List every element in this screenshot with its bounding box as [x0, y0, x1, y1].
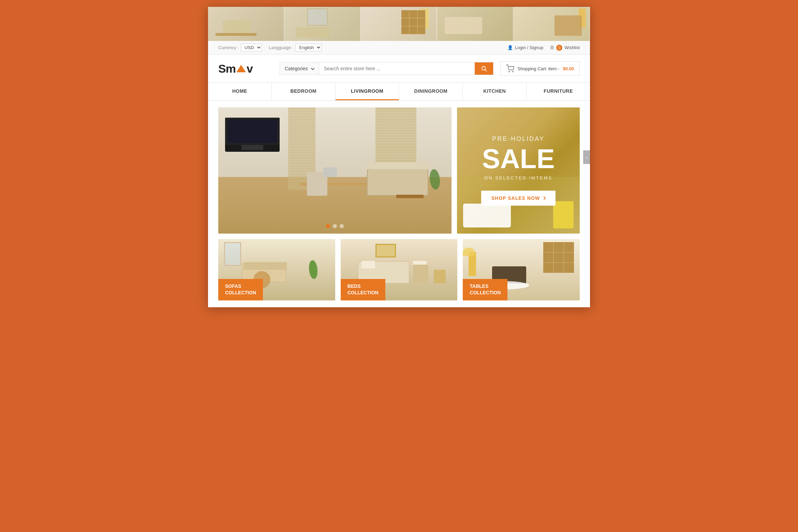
wishlist-link[interactable]: ☰ 0 Wishlist [550, 45, 580, 51]
search-icon [481, 65, 487, 72]
top-bar-right: 👤 Login / Signup ☰ 0 Wishlist [507, 45, 580, 51]
logo-text-sm: Sm [218, 62, 236, 75]
sale-main-text: SALE [482, 145, 555, 173]
main-content: PRE-HOLIDAY SALE ON SELECTED IMTEMS SHOP… [208, 101, 590, 307]
slider-dot-1[interactable] [326, 224, 330, 228]
hero-slide-image [218, 107, 452, 234]
beds-label-line1: BEDS [348, 283, 379, 290]
hero-slider[interactable] [218, 107, 452, 234]
language-select[interactable]: English [295, 44, 322, 51]
beds-label-line2: COLLECTION [348, 290, 379, 296]
page-wrapper: Currency : USD Langguage : English 👤 Log… [208, 7, 590, 307]
user-icon: 👤 [507, 45, 513, 50]
tables-label-line2: COLLECTION [470, 290, 501, 296]
login-label: Login / Signup [515, 45, 543, 50]
nav-item-kitchen[interactable]: KITCHEN [463, 83, 527, 100]
currency-label: Currency : [218, 45, 239, 50]
nav-item-bedroom[interactable]: BEDROOM [272, 83, 336, 100]
collection-sofas[interactable]: SOFAS COLLECTION [218, 239, 335, 300]
cart-icon [506, 64, 514, 73]
top-bar-left: Currency : USD Langguage : English [218, 44, 322, 51]
sale-cta-button[interactable]: SHOP SALES NOW [481, 191, 556, 206]
currency-selector[interactable]: Currency : USD [218, 44, 262, 51]
sidebar-scroll-arrow[interactable]: › [583, 150, 590, 164]
language-label: Langguage : [269, 45, 293, 50]
categories-dropdown[interactable]: Categories [280, 62, 319, 75]
cart-button[interactable]: Shopping Cart: item - $0.00 [500, 61, 580, 76]
hero-image-strip [208, 7, 590, 41]
nav-item-diningroom[interactable]: DININGROOM [399, 83, 463, 100]
collection-beds[interactable]: BEDS COLLECTION [341, 239, 458, 300]
tables-label: TABLES COLLECTION [463, 279, 507, 300]
categories-label: Categories [285, 66, 308, 71]
nav-item-livingroom[interactable]: LIVINGROOM [336, 83, 399, 100]
slider-dots [326, 224, 344, 228]
chevron-right-icon [542, 196, 546, 200]
sale-cta-label: SHOP SALES NOW [491, 195, 540, 201]
slider-dot-3[interactable] [340, 224, 344, 228]
svg-point-2 [509, 71, 509, 72]
cart-label: Shopping Cart: item - [518, 66, 560, 71]
nav-item-home[interactable]: HOME [208, 83, 272, 100]
collection-tables[interactable]: TABLES COLLECTION [463, 239, 580, 300]
logo[interactable]: Sm v [218, 62, 273, 75]
cart-total: $0.00 [563, 66, 574, 71]
language-selector[interactable]: Langguage : English [269, 44, 322, 51]
tables-label-line1: TABLES [470, 283, 501, 290]
collection-grid: SOFAS COLLECTION [218, 239, 580, 300]
search-bar: Categories [280, 62, 493, 75]
laptop-decoration [323, 167, 337, 177]
sofa-furniture [367, 168, 428, 196]
sale-pre-text: PRE-HOLIDAY [492, 135, 545, 143]
main-header: Sm v Categories Shopping C [208, 55, 590, 83]
sofas-label: SOFAS COLLECTION [218, 279, 263, 300]
tv-furniture [225, 118, 280, 152]
currency-select[interactable]: USD [241, 44, 262, 51]
slider-dot-2[interactable] [333, 224, 337, 228]
chevron-down-icon [311, 66, 314, 70]
nav-item-furniture[interactable]: FURNITURE [527, 83, 590, 100]
wishlist-badge: 0 [556, 45, 562, 51]
sale-banner: PRE-HOLIDAY SALE ON SELECTED IMTEMS SHOP… [457, 107, 580, 234]
coffee-table [396, 195, 424, 198]
top-bar: Currency : USD Langguage : English 👤 Log… [208, 41, 590, 55]
sofas-label-line1: SOFAS [225, 283, 256, 290]
sale-sub-text: ON SELECTED IMTEMS [484, 175, 552, 180]
svg-point-3 [513, 71, 513, 72]
login-link[interactable]: 👤 Login / Signup [507, 45, 543, 50]
arrow-right-icon: › [586, 154, 588, 160]
logo-triangle-icon [236, 65, 246, 72]
sofas-label-line2: COLLECTION [225, 290, 256, 296]
main-nav: HOME BEDROOM LIVINGROOM DININGROOM KITCH… [208, 83, 590, 101]
wishlist-label: Wishlist [564, 45, 580, 50]
search-input[interactable] [319, 62, 475, 75]
logo-text-v: v [247, 62, 253, 75]
hero-grid: PRE-HOLIDAY SALE ON SELECTED IMTEMS SHOP… [218, 107, 580, 234]
svg-line-1 [485, 70, 486, 71]
wishlist-icon: ☰ [550, 45, 554, 50]
beds-label: BEDS COLLECTION [341, 279, 385, 300]
search-button[interactable] [475, 62, 493, 75]
